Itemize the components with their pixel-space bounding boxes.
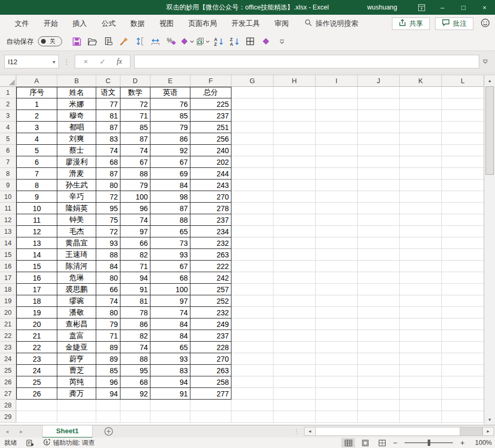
cell-C15[interactable]: 88 [96,249,120,261]
cell-J12[interactable] [358,214,400,226]
save-icon[interactable] [69,34,84,49]
row-header-11[interactable]: 11 [0,203,16,214]
cell-B16[interactable]: 陈清河 [57,261,96,272]
cell-F4[interactable]: 251 [190,122,231,133]
cell-B23[interactable]: 金婕亚 [57,342,96,353]
cell-D20[interactable]: 78 [120,307,150,318]
open-icon[interactable] [85,34,99,49]
column-header-L[interactable]: L [442,75,484,87]
cell-B24[interactable]: 蔚亨 [57,353,96,365]
cell-C5[interactable]: 83 [96,133,120,145]
cell-E18[interactable]: 100 [150,284,190,295]
cell-F20[interactable]: 232 [190,307,231,318]
cell-A17[interactable]: 16 [16,272,57,284]
cell-J19[interactable] [358,295,400,307]
tab-页面布局[interactable]: 页面布局 [181,15,224,32]
cell-F21[interactable]: 249 [190,318,231,330]
cell-K23[interactable] [400,342,442,353]
row-header-3[interactable]: 3 [0,110,16,122]
cell-H15[interactable] [274,249,316,261]
cell-B9[interactable]: 孙生武 [57,180,96,191]
horizontal-scroll-thumb[interactable] [316,427,460,436]
cell-G28[interactable] [231,400,274,411]
cell-A3[interactable]: 2 [16,110,57,122]
sort-desc-icon[interactable]: ZA [227,34,241,49]
cell-D19[interactable]: 81 [120,295,150,307]
cell-B13[interactable]: 毛杰 [57,226,96,237]
cell-F12[interactable]: 237 [190,214,231,226]
cell-K15[interactable] [400,249,442,261]
cell-K5[interactable] [400,133,442,145]
cell-H23[interactable] [274,342,316,353]
cell-J28[interactable] [358,400,400,411]
cell-C13[interactable]: 72 [96,226,120,237]
sheet-nav-left-icon[interactable]: ◄ [0,429,14,434]
name-box[interactable]: I12 ▾ [4,55,59,68]
cell-G7[interactable] [231,156,274,168]
cell-G27[interactable] [231,388,274,400]
cell-C17[interactable]: 80 [96,272,120,284]
cell-C19[interactable]: 74 [96,295,120,307]
row-header-6[interactable]: 6 [0,145,16,156]
cell-E9[interactable]: 84 [150,180,190,191]
cell-H20[interactable] [274,307,316,318]
cell-H17[interactable] [274,272,316,284]
cell-F6[interactable]: 240 [190,145,231,156]
cell-J17[interactable] [358,272,400,284]
cell-F13[interactable]: 234 [190,226,231,237]
row-header-8[interactable]: 8 [0,168,16,180]
cell-L10[interactable] [442,191,484,203]
cell-C4[interactable]: 87 [96,122,120,133]
cell-K16[interactable] [400,261,442,272]
cell-D1[interactable]: 数学 [120,87,150,98]
cell-D9[interactable]: 79 [120,180,150,191]
macro-record-icon[interactable] [26,440,34,446]
autosave-toggle[interactable]: 关 [38,36,62,46]
cell-A16[interactable]: 15 [16,261,57,272]
cell-A5[interactable]: 4 [16,133,57,145]
cell-D14[interactable]: 66 [120,237,150,249]
cell-E16[interactable]: 67 [150,261,190,272]
more-commands-icon[interactable] [275,34,289,49]
cancel-icon[interactable]: × [77,57,94,66]
row-header-24[interactable]: 24 [0,353,16,365]
row-header-15[interactable]: 15 [0,249,16,261]
cell-F23[interactable]: 228 [190,342,231,353]
column-header-I[interactable]: I [316,75,358,87]
column-header-B[interactable]: B [57,75,96,87]
cell-K9[interactable] [400,180,442,191]
scroll-down-icon[interactable]: ▼ [484,414,495,425]
cell-G24[interactable] [231,353,274,365]
cell-L6[interactable] [442,145,484,156]
cell-C14[interactable]: 93 [96,237,120,249]
cell-G29[interactable] [231,411,274,423]
column-header-C[interactable]: C [96,75,120,87]
cell-J7[interactable] [358,156,400,168]
cell-H26[interactable] [274,376,316,388]
row-header-20[interactable]: 20 [0,307,16,318]
cell-J10[interactable] [358,191,400,203]
cell-G18[interactable] [231,284,274,295]
tell-me-search[interactable]: 操作说明搜索 [305,19,358,28]
cell-K22[interactable] [400,330,442,342]
row-header-9[interactable]: 9 [0,180,16,191]
cell-A27[interactable]: 26 [16,388,57,400]
cell-I22[interactable] [316,330,358,342]
cell-J22[interactable] [358,330,400,342]
cell-G3[interactable] [231,110,274,122]
cell-L5[interactable] [442,133,484,145]
cell-J20[interactable] [358,307,400,318]
cell-A2[interactable]: 1 [16,98,57,110]
feedback-smiley-icon[interactable] [481,18,490,29]
cell-H28[interactable] [274,400,316,411]
cell-E25[interactable]: 83 [150,365,190,376]
cell-L14[interactable] [442,237,484,249]
cell-C18[interactable]: 66 [96,284,120,295]
cell-I19[interactable] [316,295,358,307]
cell-H8[interactable] [274,168,316,180]
zoom-in-icon[interactable]: + [459,439,466,447]
cell-H3[interactable] [274,110,316,122]
row-header-2[interactable]: 2 [0,98,16,110]
cell-B12[interactable]: 钟美 [57,214,96,226]
cell-G12[interactable] [231,214,274,226]
